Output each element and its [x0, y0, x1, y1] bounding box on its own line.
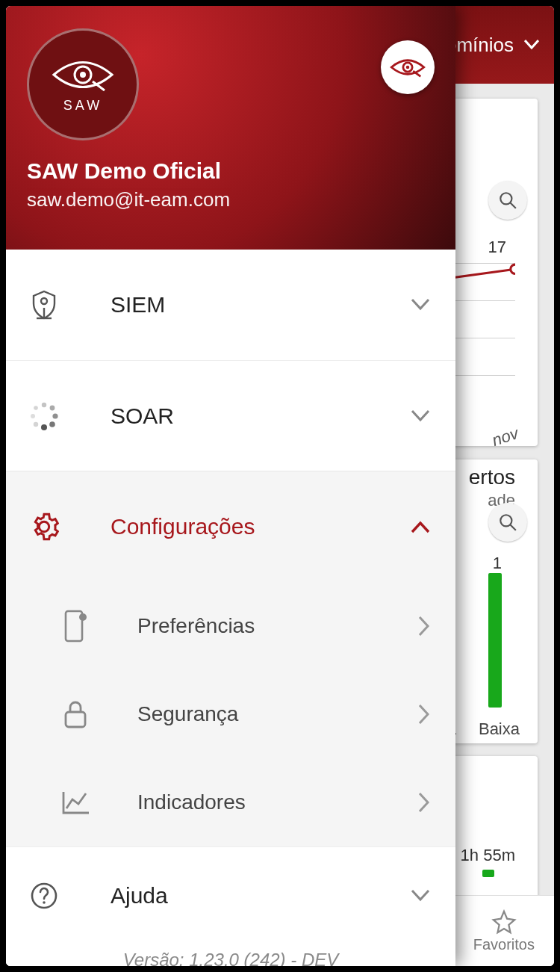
lock-icon	[58, 699, 93, 730]
svg-point-17	[52, 413, 57, 418]
menu-section-config: Configurações Preferências	[6, 471, 455, 846]
svg-point-27	[43, 901, 46, 904]
eye-icon	[51, 56, 115, 93]
svg-point-22	[34, 406, 38, 410]
drawer-header: SAW SAW Demo Oficial saw.demo@it-eam.com	[6, 6, 455, 250]
card2-bar-low	[488, 573, 502, 708]
svg-point-14	[41, 298, 47, 304]
card2-ax-baixa: Baixa	[479, 719, 520, 739]
card1-datapoint-label: 17	[488, 238, 506, 257]
help-icon	[27, 882, 61, 910]
domains-dropdown-label[interactable]: omínios	[446, 34, 514, 57]
chevron-right-icon	[418, 616, 430, 637]
chevron-down-icon	[411, 409, 430, 423]
svg-point-24	[79, 613, 87, 621]
svg-line-1	[510, 202, 516, 208]
chevron-right-icon	[418, 704, 430, 725]
submenu-item-preferences[interactable]: Preferências	[6, 582, 455, 670]
submenu-item-indicators[interactable]: Indicadores	[6, 758, 455, 846]
phone-settings-icon	[58, 610, 93, 643]
nav-favorites[interactable]: Favoritos	[473, 909, 535, 953]
avatar-label: SAW	[63, 98, 102, 114]
card3-duration: 1h 55m	[461, 846, 515, 865]
submenu-item-label: Preferências	[93, 614, 418, 638]
menu-item-label: SIEM	[61, 292, 411, 318]
chevron-up-icon	[411, 520, 430, 533]
loading-dots-icon	[27, 401, 61, 431]
submenu-item-label: Indicadores	[93, 790, 418, 814]
svg-point-19	[41, 424, 47, 430]
menu-item-label: Ajuda	[61, 883, 411, 908]
svg-point-16	[50, 405, 55, 410]
submenu-item-security[interactable]: Segurança	[6, 670, 455, 758]
menu-item-help[interactable]: Ajuda	[6, 846, 455, 944]
shield-icon	[27, 290, 61, 320]
card3-bar	[482, 870, 494, 877]
chevron-right-icon	[418, 792, 430, 813]
menu-item-label: Configurações	[61, 514, 411, 539]
submenu-item-label: Segurança	[93, 702, 418, 726]
nav-favorites-label: Favoritos	[473, 936, 535, 953]
version-label: Versão: 1.23.0 (242) - DEV	[6, 944, 455, 966]
card2-title: ertos	[469, 465, 515, 489]
star-icon	[491, 909, 517, 935]
eye-icon	[390, 56, 426, 78]
account-email: saw.demo@it-eam.com	[27, 188, 435, 211]
svg-rect-25	[66, 712, 85, 727]
svg-point-21	[31, 414, 35, 418]
menu-item-siem[interactable]: SIEM	[6, 250, 455, 360]
drawer-menu: SIEM	[6, 250, 455, 966]
menu-item-soar[interactable]: SOAR	[6, 360, 455, 471]
chart-icon	[58, 789, 93, 816]
account-name: SAW Demo Oficial	[27, 158, 435, 184]
svg-point-15	[42, 402, 46, 406]
svg-point-10	[406, 66, 409, 69]
svg-point-4	[500, 515, 511, 526]
chevron-down-icon	[411, 889, 430, 903]
switch-account-button[interactable]	[381, 40, 435, 94]
menu-item-label: SOAR	[61, 403, 411, 429]
card2-search-button[interactable]	[488, 503, 527, 542]
chevron-down-icon	[411, 298, 430, 312]
chevron-down-icon[interactable]	[524, 40, 539, 50]
navigation-drawer: SAW SAW Demo Oficial saw.demo@it-eam.com	[6, 6, 455, 966]
svg-line-5	[510, 524, 516, 530]
account-avatar[interactable]: SAW	[27, 28, 139, 140]
card1-xtick-label: nov	[489, 424, 520, 451]
svg-point-18	[49, 421, 55, 427]
card2-bar-value: 1	[493, 554, 502, 573]
menu-item-config[interactable]: Configurações	[6, 471, 455, 582]
svg-point-7	[80, 72, 86, 78]
svg-point-20	[34, 421, 38, 426]
card1-search-button[interactable]	[488, 181, 527, 220]
svg-point-3	[511, 264, 515, 273]
svg-point-0	[500, 193, 511, 204]
gear-icon	[27, 512, 61, 542]
